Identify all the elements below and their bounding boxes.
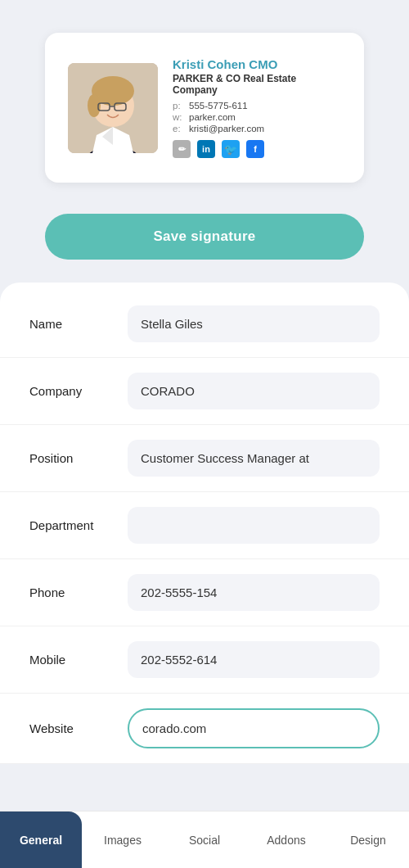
nav-item-social[interactable]: Social bbox=[164, 811, 245, 868]
form-field-label: Company bbox=[29, 384, 128, 398]
website-label: w: bbox=[173, 112, 184, 122]
form-field-input-department[interactable] bbox=[128, 507, 380, 544]
form-field-label: Phone bbox=[29, 585, 128, 599]
pencil-icon[interactable]: ✏ bbox=[173, 140, 191, 158]
form-row: Phone bbox=[0, 559, 409, 626]
save-signature-button[interactable]: Save signature bbox=[45, 214, 364, 260]
facebook-icon[interactable]: f bbox=[246, 140, 264, 158]
form-row: Company bbox=[0, 358, 409, 425]
form-field-label: Position bbox=[29, 451, 128, 465]
sig-company: PARKER & CO Real Estate Company bbox=[173, 73, 341, 96]
form-row: Name bbox=[0, 291, 409, 358]
signature-info: Kristi Cohen CMO PARKER & CO Real Estate… bbox=[173, 57, 341, 158]
nav-item-design[interactable]: Design bbox=[327, 811, 409, 868]
signature-card: Kristi Cohen CMO PARKER & CO Real Estate… bbox=[45, 33, 364, 183]
email-value: kristi@parker.com bbox=[189, 124, 264, 133]
twitter-icon[interactable]: 🐦 bbox=[222, 140, 240, 158]
form-field-input-mobile[interactable] bbox=[128, 641, 380, 678]
nav-item-general[interactable]: General bbox=[0, 811, 82, 868]
form-field-input-website[interactable] bbox=[128, 708, 380, 748]
form-field-label: Department bbox=[29, 518, 128, 532]
linkedin-icon[interactable]: in bbox=[197, 140, 215, 158]
email-label: e: bbox=[173, 124, 184, 133]
form-field-label: Mobile bbox=[29, 653, 128, 667]
form-field-label: Website bbox=[29, 721, 128, 735]
form-field-input-phone[interactable] bbox=[128, 574, 380, 611]
form-row: Position bbox=[0, 425, 409, 492]
form-field-label: Name bbox=[29, 317, 128, 331]
phone-value: 555-5775-611 bbox=[189, 101, 248, 111]
form-section: NameCompanyPositionDepartmentPhoneMobile… bbox=[0, 283, 409, 764]
sig-socials: ✏ in 🐦 f bbox=[173, 140, 341, 158]
sig-website: w: parker.com bbox=[173, 112, 341, 122]
preview-section: Kristi Cohen CMO PARKER & CO Real Estate… bbox=[0, 0, 409, 199]
save-button-wrap: Save signature bbox=[0, 199, 409, 283]
form-field-input-name[interactable] bbox=[128, 305, 380, 342]
phone-label: p: bbox=[173, 101, 184, 111]
sig-name: Kristi Cohen CMO bbox=[173, 57, 341, 71]
nav-item-images[interactable]: Images bbox=[82, 811, 164, 868]
sig-email: e: kristi@parker.com bbox=[173, 124, 341, 133]
form-row: Website bbox=[0, 694, 409, 764]
form-field-input-position[interactable] bbox=[128, 440, 380, 477]
sig-phone: p: 555-5775-611 bbox=[173, 101, 341, 111]
form-row: Mobile bbox=[0, 626, 409, 694]
bottom-nav: GeneralImagesSocialAddonsDesign bbox=[0, 811, 409, 868]
avatar bbox=[68, 63, 158, 153]
form-row: Department bbox=[0, 492, 409, 559]
nav-item-addons[interactable]: Addons bbox=[245, 811, 327, 868]
website-value: parker.com bbox=[189, 112, 236, 122]
form-field-input-company[interactable] bbox=[128, 373, 380, 409]
